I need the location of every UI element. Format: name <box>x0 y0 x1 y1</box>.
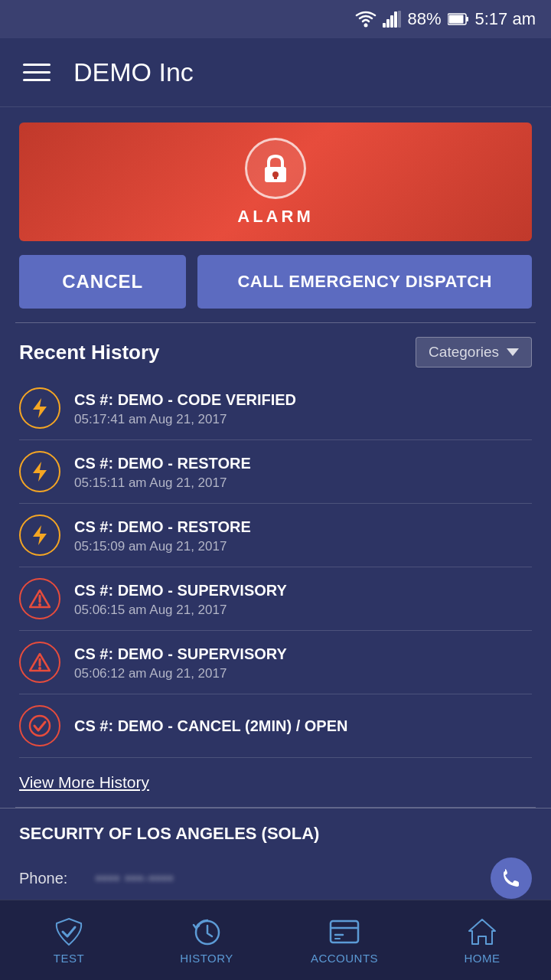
list-item: CS #: DEMO - SUPERVISORY 05:06:12 am Aug… <box>19 631 532 694</box>
phone-value: •••• •••-•••• <box>96 870 491 887</box>
svg-point-20 <box>38 667 41 670</box>
accounts-icon <box>328 916 360 948</box>
warning-icon <box>29 589 51 609</box>
svg-marker-12 <box>33 398 47 418</box>
wifi-icon <box>355 11 377 28</box>
svg-marker-13 <box>33 462 47 482</box>
check-shield-icon <box>54 917 84 946</box>
battery-icon <box>448 12 469 26</box>
event-time: 05:17:41 am Aug 21, 2017 <box>74 412 532 427</box>
history-icon-check <box>19 705 60 746</box>
svg-rect-2 <box>386 19 390 28</box>
menu-button[interactable] <box>23 64 51 81</box>
history-header: Recent History Categories <box>0 323 551 377</box>
history-content: CS #: DEMO - CANCEL (2MIN) / OPEN <box>74 716 532 736</box>
lightning-icon <box>30 460 50 483</box>
history-content: CS #: DEMO - SUPERVISORY 05:06:15 am Aug… <box>74 580 532 618</box>
history-list: CS #: DEMO - CODE VERIFIED 05:17:41 am A… <box>0 377 551 758</box>
history-icon-warning <box>19 578 60 619</box>
event-time: 05:06:12 am Aug 21, 2017 <box>74 666 532 681</box>
list-item: CS #: DEMO - CANCEL (2MIN) / OPEN <box>19 694 532 758</box>
alarm-banner: ALARM <box>19 122 532 241</box>
bottom-nav: TEST HISTORY ACCOUNTS <box>0 900 551 980</box>
security-title: SECURITY OF LOS ANGELES (SOLA) <box>19 816 532 844</box>
warning-icon <box>29 652 51 672</box>
event-title: CS #: DEMO - CODE VERIFIED <box>74 390 532 410</box>
svg-rect-4 <box>394 11 397 28</box>
history-icon-yellow <box>19 451 60 492</box>
view-more-history[interactable]: View More History <box>0 758 551 807</box>
history-content: CS #: DEMO - SUPERVISORY 05:06:12 am Aug… <box>74 644 532 681</box>
history-content: CS #: DEMO - RESTORE 05:15:11 am Aug 21,… <box>74 453 532 491</box>
svg-marker-28 <box>469 920 495 944</box>
test-icon <box>53 916 85 948</box>
svg-marker-14 <box>33 525 47 545</box>
svg-point-21 <box>30 716 50 736</box>
battery-text: 88% <box>407 9 441 29</box>
app-header: DEMO Inc <box>0 38 551 107</box>
svg-rect-7 <box>466 17 468 21</box>
phone-button[interactable] <box>491 858 532 899</box>
list-item: CS #: DEMO - RESTORE 05:15:11 am Aug 21,… <box>19 440 532 504</box>
history-icon-yellow <box>19 514 60 556</box>
history-icon <box>191 916 223 948</box>
nav-item-accounts[interactable]: ACCOUNTS <box>276 916 413 965</box>
nav-label-accounts: ACCOUNTS <box>311 952 378 965</box>
phone-label: Phone: <box>19 870 96 887</box>
check-circle-icon <box>28 714 51 737</box>
nav-label-test: TEST <box>54 952 84 965</box>
chevron-down-icon <box>507 348 519 356</box>
nav-item-history[interactable]: HISTORY <box>138 916 276 965</box>
event-time: 05:15:09 am Aug 21, 2017 <box>74 539 532 554</box>
svg-rect-11 <box>274 175 277 179</box>
cancel-button[interactable]: CANCEL <box>19 255 186 309</box>
nav-item-test[interactable]: TEST <box>0 916 138 965</box>
list-item: CS #: DEMO - CODE VERIFIED 05:17:41 am A… <box>19 377 532 440</box>
event-title: CS #: DEMO - CANCEL (2MIN) / OPEN <box>74 716 532 736</box>
event-time: 05:15:11 am Aug 21, 2017 <box>74 475 532 491</box>
nav-label-history: HISTORY <box>180 952 233 965</box>
event-title: CS #: DEMO - RESTORE <box>74 517 532 537</box>
clock-history-icon <box>192 917 221 946</box>
history-icon-yellow <box>19 387 60 429</box>
list-item: CS #: DEMO - RESTORE 05:15:09 am Aug 21,… <box>19 504 532 567</box>
history-content: CS #: DEMO - RESTORE 05:15:09 am Aug 21,… <box>74 517 532 554</box>
house-icon <box>468 917 497 946</box>
phone-row: Phone: •••• •••-•••• <box>19 858 532 899</box>
history-title: Recent History <box>19 341 160 364</box>
status-bar: 88% 5:17 am <box>0 0 551 38</box>
list-item: CS #: DEMO - SUPERVISORY 05:06:15 am Aug… <box>19 567 532 631</box>
emergency-button[interactable]: CALL EMERGENCY DISPATCH <box>197 255 532 309</box>
svg-rect-1 <box>383 23 386 28</box>
time-text: 5:17 am <box>475 9 536 29</box>
categories-label: Categories <box>429 344 499 361</box>
history-icon-warning <box>19 642 60 683</box>
action-buttons: CANCEL CALL EMERGENCY DISPATCH <box>19 255 532 309</box>
lightning-icon <box>30 397 50 420</box>
status-icons: 88% 5:17 am <box>355 9 536 29</box>
event-title: CS #: DEMO - SUPERVISORY <box>74 644 532 664</box>
lightning-icon <box>30 524 50 547</box>
event-time: 05:06:15 am Aug 21, 2017 <box>74 603 532 618</box>
nav-item-home[interactable]: HOME <box>413 916 551 965</box>
alarm-label: ALARM <box>237 207 313 227</box>
page-title: DEMO Inc <box>73 57 194 87</box>
svg-rect-8 <box>448 15 463 24</box>
history-content: CS #: DEMO - CODE VERIFIED 05:17:41 am A… <box>74 390 532 427</box>
phone-icon <box>501 868 521 888</box>
nav-label-home: HOME <box>465 952 500 965</box>
event-title: CS #: DEMO - SUPERVISORY <box>74 580 532 600</box>
accounts-card-icon <box>329 918 360 946</box>
svg-point-0 <box>364 24 368 28</box>
home-icon <box>466 916 498 948</box>
svg-point-17 <box>38 603 41 606</box>
svg-rect-3 <box>390 15 393 28</box>
alarm-lock-circle <box>245 138 306 199</box>
categories-dropdown[interactable]: Categories <box>416 337 532 368</box>
svg-rect-5 <box>398 11 401 28</box>
event-title: CS #: DEMO - RESTORE <box>74 453 532 473</box>
lock-icon <box>259 152 292 185</box>
signal-icon <box>383 11 401 28</box>
